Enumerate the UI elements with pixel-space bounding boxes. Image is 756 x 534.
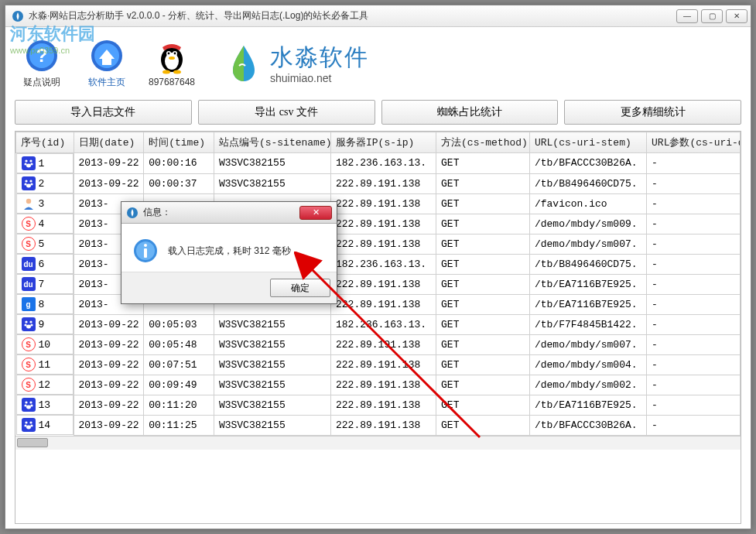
table-row[interactable]: S112013-09-2200:07:51W3SVC382155222.89.1… <box>16 354 741 375</box>
cell-method: GET <box>436 153 530 174</box>
home-item[interactable]: 软件主页 <box>80 37 134 89</box>
cell-url: /demo/mbdy/sm009. <box>529 214 646 234</box>
cell-date: 2013-09-22 <box>74 314 144 334</box>
baidu-paw-icon <box>22 398 36 412</box>
sogou-icon: S <box>22 358 36 371</box>
cell-time: 00:07:51 <box>144 354 214 375</box>
cell-url: /demo/mbdy/sm004. <box>529 354 646 375</box>
table-row[interactable]: 12013-09-2200:00:16W3SVC382155182.236.16… <box>16 153 741 174</box>
qq-item[interactable]: 897687648 <box>145 38 199 87</box>
import-button[interactable]: 导入日志文件 <box>15 100 192 125</box>
cell-time: 00:11:20 <box>144 395 214 415</box>
cell-method: GET <box>436 334 530 354</box>
col-site[interactable]: 站点编号(s-sitename) <box>214 132 330 153</box>
cell-time: 00:00:16 <box>144 153 214 174</box>
cell-url: /tb/EA7116B7E925. <box>529 395 646 415</box>
svg-point-19 <box>26 164 31 168</box>
user-icon <box>22 197 36 211</box>
svg-point-29 <box>30 323 32 326</box>
cell-params: - <box>647 193 741 214</box>
help-icon: ? <box>23 37 60 74</box>
cell-site: W3SVC382155 <box>214 395 330 415</box>
brand: 水淼软件 shuimiao.net <box>224 42 369 84</box>
sogou-icon: S <box>22 378 36 392</box>
svg-point-28 <box>24 323 26 326</box>
cell-params: - <box>647 274 741 294</box>
cell-id: du6 <box>16 254 74 274</box>
brand-drop-icon <box>224 43 264 83</box>
svg-point-22 <box>24 183 26 185</box>
table-row[interactable]: 92013-09-2200:05:03W3SVC382155182.236.16… <box>16 314 741 334</box>
svg-point-12 <box>169 56 175 60</box>
spider-stats-button[interactable]: 蜘蛛占比统计 <box>381 100 559 125</box>
cell-params: - <box>647 395 741 415</box>
cell-ip: 222.89.191.138 <box>331 173 436 193</box>
cell-id: 13 <box>16 395 74 415</box>
export-button[interactable]: 导出 csv 文件 <box>198 100 375 125</box>
brand-domain: shuimiao.net <box>270 72 369 84</box>
table-row[interactable]: S122013-09-2200:09:49W3SVC382155222.89.1… <box>16 375 741 395</box>
close-button[interactable]: ✕ <box>726 9 747 23</box>
col-method[interactable]: 方法(cs-method) <box>436 132 530 153</box>
cell-time: 00:00:37 <box>144 173 214 193</box>
svg-point-37 <box>29 421 32 423</box>
scroll-thumb[interactable] <box>17 438 48 447</box>
svg-point-26 <box>25 320 27 323</box>
cell-id: S5 <box>16 234 74 254</box>
col-params[interactable]: URL参数(cs-uri-q <box>647 132 741 153</box>
svg-point-44 <box>144 244 147 247</box>
cell-params: - <box>647 153 741 174</box>
help-label: 疑点说明 <box>23 76 60 89</box>
info-icon <box>132 238 159 264</box>
qq-label: 897687648 <box>149 77 195 87</box>
col-time[interactable]: 时间(time) <box>144 132 214 153</box>
svg-point-40 <box>26 426 31 430</box>
svg-point-13 <box>162 70 170 74</box>
home-icon <box>88 37 125 74</box>
svg-point-25 <box>26 199 30 204</box>
baidu-du-icon: du <box>22 257 36 271</box>
svg-point-30 <box>26 325 31 329</box>
more-stats-button[interactable]: 更多精细统计 <box>564 100 741 125</box>
dialog-ok-button[interactable]: 确定 <box>270 279 330 297</box>
table-row[interactable]: 142013-09-2200:11:25W3SVC382155222.89.19… <box>16 415 741 435</box>
svg-point-23 <box>30 183 32 185</box>
col-ip[interactable]: 服务器IP(s-ip) <box>331 132 436 153</box>
titlebar: 水淼·网站日志分析助手 v2.0.0.0 - 分析、统计、导出网站日志(.Log… <box>5 5 751 27</box>
cell-site: W3SVC382155 <box>214 314 330 334</box>
cell-date: 2013-09-22 <box>74 415 144 435</box>
cell-time: 00:05:03 <box>144 314 214 334</box>
col-date[interactable]: 日期(date) <box>74 132 144 153</box>
col-url[interactable]: URL(cs-uri-stem) <box>529 132 646 153</box>
header-area: 河东软件园 www.pc0359.cn ? 疑点说明 软件主页 <box>5 27 751 95</box>
svg-point-16 <box>29 159 32 162</box>
cell-id: S4 <box>16 214 74 234</box>
minimize-button[interactable]: — <box>676 9 698 23</box>
cell-site: W3SVC382155 <box>214 375 330 395</box>
cell-params: - <box>647 354 741 375</box>
dialog-close-button[interactable]: ✕ <box>299 206 332 220</box>
cell-url: /tb/B8496460CD75. <box>529 254 646 274</box>
svg-point-39 <box>30 424 32 426</box>
cell-method: GET <box>436 415 530 435</box>
cell-ip: 222.89.191.138 <box>331 234 436 254</box>
cell-id: S10 <box>16 334 74 354</box>
cell-time: 00:09:49 <box>144 375 214 395</box>
cell-site: W3SVC382155 <box>214 153 330 174</box>
google-icon: g <box>22 297 36 311</box>
cell-id: 14 <box>16 415 74 435</box>
help-item[interactable]: ? 疑点说明 <box>15 37 69 89</box>
cell-method: GET <box>436 173 530 193</box>
table-row[interactable]: 132013-09-2200:11:20W3SVC382155222.89.19… <box>16 395 741 415</box>
cell-params: - <box>647 294 741 314</box>
table-row[interactable]: S102013-09-2200:05:48W3SVC382155222.89.1… <box>16 334 741 354</box>
col-id[interactable]: 序号(id) <box>16 132 74 153</box>
home-label: 软件主页 <box>88 76 125 89</box>
svg-point-20 <box>25 180 27 182</box>
maximize-button[interactable]: ▢ <box>701 9 723 23</box>
table-row[interactable]: 22013-09-2200:00:37W3SVC382155222.89.191… <box>16 173 741 193</box>
cell-ip: 222.89.191.138 <box>331 334 436 354</box>
horizontal-scrollbar[interactable] <box>15 436 741 450</box>
svg-point-7 <box>165 53 179 70</box>
cell-params: - <box>647 254 741 274</box>
